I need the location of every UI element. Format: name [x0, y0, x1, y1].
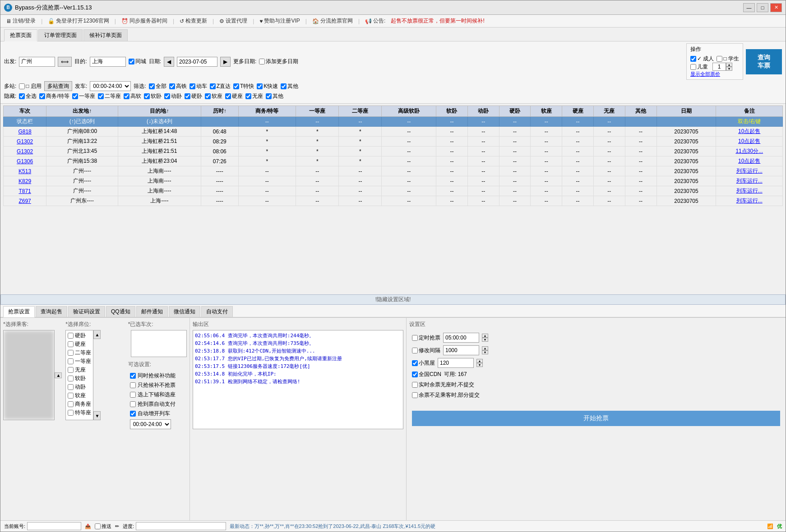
- table-row[interactable]: T871广州----上海南---------------------------…: [4, 186, 783, 196]
- menu-proxy[interactable]: ⚙ 设置代理: [217, 16, 249, 26]
- table-row[interactable]: G1302广州北13:45上海虹桥21:5108:06***----------…: [4, 147, 783, 156]
- col-first[interactable]: 一等座: [296, 106, 339, 117]
- settings-tab-autopay[interactable]: 自动支付: [201, 306, 233, 317]
- settings-tab-email[interactable]: 邮件通知: [136, 306, 168, 317]
- hide-first[interactable]: 一等座: [72, 92, 95, 100]
- multi-station-button[interactable]: 多站查询: [44, 81, 72, 91]
- settings-tab-query[interactable]: 查询起售: [36, 306, 67, 317]
- hidden-settings-bar[interactable]: !隐藏设置区域!: [0, 294, 786, 305]
- settings-tab-ticket[interactable]: 抢票设置: [3, 306, 35, 317]
- menu-open12306[interactable]: 🔓 免登录打开12306官网: [46, 16, 111, 26]
- train-number-link[interactable]: T871: [18, 188, 31, 194]
- blacklist-up[interactable]: ▲: [476, 359, 483, 363]
- hide-hardseat[interactable]: 硬座: [225, 92, 243, 100]
- seat-second[interactable]: 二等座: [67, 349, 92, 357]
- menu-logout[interactable]: 🖥 注销/登录: [4, 16, 37, 26]
- filter-gaotie[interactable]: 高铁: [169, 83, 187, 90]
- table-row[interactable]: K829广州----上海南---------------------------…: [4, 176, 783, 186]
- multi-station-enable[interactable]: □ 启用: [19, 83, 42, 90]
- to-input[interactable]: [90, 57, 126, 67]
- show-price-link[interactable]: 显示全部票价: [690, 71, 720, 77]
- col-noseat[interactable]: 无座: [593, 106, 625, 117]
- add-more-date-check[interactable]: 添加更多日期: [259, 58, 298, 65]
- opt-supplement[interactable]: 同时抢候补功能: [130, 372, 185, 380]
- col-business[interactable]: 商务/特等: [238, 106, 296, 117]
- hide-noseat[interactable]: 无座: [245, 92, 263, 100]
- menu-synctime[interactable]: ⏰ 同步服务器时间: [120, 16, 169, 26]
- train-number-link[interactable]: G1302: [17, 148, 33, 155]
- col-second[interactable]: 二等座: [339, 106, 382, 117]
- passenger-list[interactable]: [3, 330, 55, 420]
- date-next-button[interactable]: ▶: [220, 57, 231, 67]
- train-number-link[interactable]: K513: [18, 168, 31, 174]
- time-range-select[interactable]: 00:00-24:00: [130, 419, 171, 429]
- child-spinner[interactable]: ▲ ▼: [712, 63, 732, 71]
- train-select-area[interactable]: [131, 330, 187, 357]
- col-movberth[interactable]: 动卧: [467, 106, 499, 117]
- opt-auto-add-train[interactable]: 自动增开列车: [130, 410, 185, 417]
- menu-vip[interactable]: ♥ 赞助与注册VIP: [258, 16, 301, 26]
- settings-tab-captcha[interactable]: 验证码设置: [68, 306, 105, 317]
- hide-other2[interactable]: 其他: [266, 92, 283, 100]
- note-link[interactable]: 10点起售: [738, 128, 760, 134]
- hide-business[interactable]: 商务/特等: [39, 92, 69, 100]
- opt-select-berth[interactable]: 选上下铺和选座: [130, 391, 185, 399]
- date-input[interactable]: [177, 57, 217, 67]
- hide-highsoft[interactable]: 高软: [124, 92, 141, 100]
- settings-tab-wechat[interactable]: 微信通知: [169, 306, 200, 317]
- table-row[interactable]: G1302广州南13:22上海虹桥21:5108:29***----------…: [4, 137, 783, 147]
- col-duration[interactable]: 历时↑: [201, 106, 238, 117]
- progress-input[interactable]: [136, 522, 226, 530]
- child-num-down[interactable]: ▼: [726, 67, 732, 71]
- filter-kfast[interactable]: K快速: [257, 83, 278, 90]
- note-link[interactable]: 11点30分...: [735, 148, 763, 154]
- student-check[interactable]: □ 学生: [717, 55, 739, 63]
- col-to[interactable]: 目的地↑: [118, 106, 201, 117]
- note-link[interactable]: 10点起售: [738, 138, 760, 144]
- interval-up[interactable]: ▲: [482, 346, 488, 350]
- account-input[interactable]: [27, 522, 81, 530]
- filter-zdirect[interactable]: Z直达: [210, 83, 231, 90]
- seat-special[interactable]: 特等座: [67, 408, 92, 417]
- timed-up[interactable]: ▲: [482, 334, 488, 338]
- swap-button[interactable]: ⟺: [58, 57, 72, 67]
- seat-noseat[interactable]: 无座: [67, 366, 92, 374]
- realtime-check[interactable]: 实时余票无座时,不提交: [412, 381, 474, 389]
- close-button[interactable]: ✕: [770, 3, 782, 12]
- push-check[interactable]: 推送: [95, 523, 111, 530]
- seat-movberth[interactable]: 动卧: [67, 383, 92, 391]
- train-number-link[interactable]: G1306: [17, 158, 33, 165]
- timed-check[interactable]: 定时抢票: [412, 334, 440, 342]
- note-link[interactable]: 10点起售: [738, 158, 760, 164]
- same-city-check[interactable]: 同城: [129, 58, 146, 65]
- table-row[interactable]: 状态栏(↑)已选0列(↓)未选4列--------------------双击/…: [4, 117, 783, 127]
- menu-official[interactable]: 🏠 分流抢票官网: [310, 16, 355, 26]
- train-number-link[interactable]: G818: [18, 128, 31, 135]
- hide-movberth[interactable]: 动卧: [164, 92, 182, 100]
- note-link[interactable]: 列车运行...: [736, 178, 763, 184]
- timed-down[interactable]: ▼: [482, 338, 488, 342]
- col-hardberth[interactable]: 硬卧: [499, 106, 531, 117]
- tab-order[interactable]: 订单管理页面: [38, 29, 83, 41]
- maximize-button[interactable]: □: [757, 3, 768, 12]
- col-hardseat[interactable]: 硬座: [562, 106, 594, 117]
- note-link[interactable]: 列车运行...: [736, 168, 763, 174]
- tab-supplement[interactable]: 候补订单页面: [83, 29, 128, 41]
- hide-second[interactable]: 二等座: [98, 92, 121, 100]
- note-link[interactable]: 列车运行...: [736, 188, 763, 194]
- minimize-button[interactable]: —: [743, 3, 755, 12]
- child-num-input[interactable]: [712, 63, 726, 71]
- child-check[interactable]: 儿童: [690, 63, 708, 71]
- train-number-link[interactable]: K829: [18, 178, 31, 184]
- table-row[interactable]: G818广州南08:00上海虹桥14:4806:48***-----------…: [4, 127, 783, 137]
- table-row[interactable]: G1306广州南15:38上海虹桥23:0407:26***----------…: [4, 156, 783, 166]
- menu-checkupdate[interactable]: ↺ 检查更新: [178, 16, 209, 26]
- passenger-scroll-up[interactable]: ▲: [55, 372, 62, 378]
- opt-auto-pay[interactable]: 抢到票自动支付: [130, 400, 185, 408]
- filter-tspecial[interactable]: T特快: [233, 83, 254, 90]
- opt-only-supplement[interactable]: 只抢候补不抢票: [130, 381, 185, 389]
- train-number-link[interactable]: Z697: [18, 198, 31, 204]
- hide-all[interactable]: 全选: [19, 92, 37, 100]
- table-row[interactable]: K513广州----上海南---------------------------…: [4, 166, 783, 176]
- seat-hardberth[interactable]: 硬卧: [67, 331, 92, 340]
